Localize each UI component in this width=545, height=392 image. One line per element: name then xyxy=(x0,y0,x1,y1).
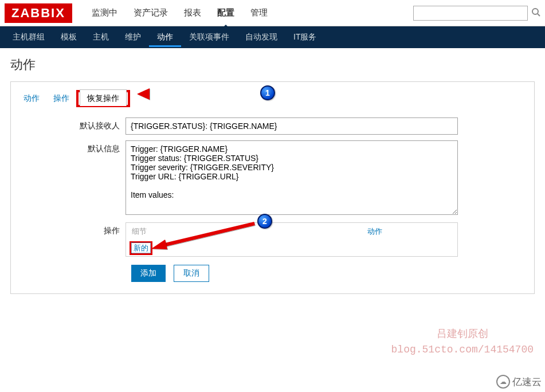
subnav-itservices[interactable]: IT服务 xyxy=(285,28,324,47)
watermark-line1: 吕建钊原创 xyxy=(391,327,534,342)
annotation-marker-1: 1 xyxy=(260,85,275,100)
search-input[interactable] xyxy=(413,6,528,21)
topnav-reports[interactable]: 报表 xyxy=(176,3,209,23)
subnav-actions[interactable]: 动作 xyxy=(149,28,181,47)
top-nav: 监测中 资产记录 报表 配置 管理 xyxy=(84,3,413,23)
logo: ZABBIX xyxy=(5,3,72,23)
watermark-brand: ☁ 亿速云 xyxy=(496,375,542,389)
topnav-configuration[interactable]: 配置 xyxy=(209,3,242,23)
subnav-maintenance[interactable]: 维护 xyxy=(117,28,149,47)
watermark-line2: blog.51cto.com/14154700 xyxy=(391,342,534,358)
ops-col-action: 动作 xyxy=(292,223,457,240)
subnav-hosts[interactable]: 主机 xyxy=(85,28,117,47)
tab-recovery-operations[interactable]: 恢复操作 xyxy=(80,89,127,106)
form-buttons: 添加 取消 xyxy=(131,265,528,282)
search-icon[interactable] xyxy=(531,7,540,18)
operations-table: 细节 动作 新的 xyxy=(126,222,458,257)
default-message-label: 默认信息 xyxy=(17,140,126,154)
annotation-marker-2: 2 xyxy=(257,214,272,229)
sub-nav: 主机群组 模板 主机 维护 动作 关联项事件 自动发现 IT服务 xyxy=(0,26,545,48)
operations-new-link[interactable]: 新的 xyxy=(131,242,151,253)
default-subject-input[interactable] xyxy=(126,117,458,135)
tab-operations[interactable]: 操作 xyxy=(46,90,76,107)
cancel-button[interactable]: 取消 xyxy=(174,265,209,282)
subnav-discovery[interactable]: 自动发现 xyxy=(237,28,285,47)
subnav-templates[interactable]: 模板 xyxy=(53,28,85,47)
subnav-correlation[interactable]: 关联项事件 xyxy=(181,28,237,47)
tab-action[interactable]: 动作 xyxy=(17,90,46,107)
default-subject-label: 默认接收人 xyxy=(17,117,126,131)
topnav-monitoring[interactable]: 监测中 xyxy=(84,3,126,23)
svg-point-0 xyxy=(532,9,538,14)
annotation-highlight-tab: 恢复操作 xyxy=(76,90,130,107)
topnav-inventory[interactable]: 资产记录 xyxy=(126,3,176,23)
watermark-author: 吕建钊原创 blog.51cto.com/14154700 xyxy=(391,327,534,358)
default-message-textarea[interactable] xyxy=(126,140,458,215)
operations-label: 操作 xyxy=(17,222,126,236)
svg-line-1 xyxy=(538,14,540,16)
add-button[interactable]: 添加 xyxy=(131,265,166,282)
panel: 动作 操作 恢复操作 1 默认接收人 默认信息 2 xyxy=(10,81,535,294)
top-bar: ZABBIX 监测中 资产记录 报表 配置 管理 xyxy=(0,0,545,26)
page-title: 动作 xyxy=(10,56,535,73)
content: 动作 动作 操作 恢复操作 1 默认接收人 默认信息 xyxy=(0,48,545,302)
search-area xyxy=(413,6,528,21)
watermark-brand-text: 亿速云 xyxy=(512,375,542,389)
annotation-highlight-new: 新的 xyxy=(130,241,152,255)
subnav-hostgroups[interactable]: 主机群组 xyxy=(5,28,53,47)
topnav-administration[interactable]: 管理 xyxy=(242,3,276,23)
cloud-icon: ☁ xyxy=(496,375,510,389)
